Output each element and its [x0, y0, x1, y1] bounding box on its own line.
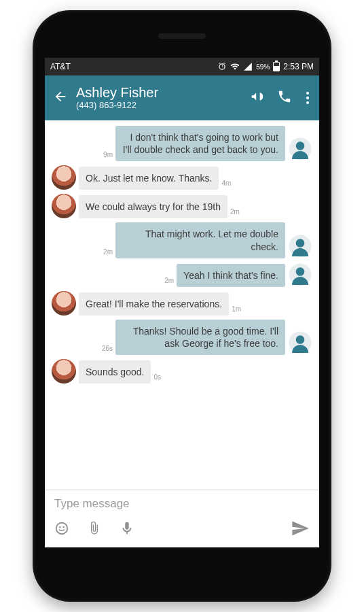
- send-icon: [291, 519, 310, 538]
- wifi-icon: [230, 62, 240, 71]
- message-timestamp: 2m: [162, 277, 177, 287]
- megaphone-icon: [250, 89, 265, 104]
- contact-avatar[interactable]: [52, 165, 76, 190]
- message-bubble[interactable]: We could always try for the 19th: [79, 195, 228, 218]
- phone-icon: [277, 89, 292, 104]
- svg-point-9: [59, 526, 60, 528]
- message-timestamp: 2m: [228, 208, 242, 218]
- dot-icon: [306, 92, 309, 95]
- svg-point-7: [296, 335, 305, 344]
- message-input[interactable]: Type message: [45, 490, 319, 513]
- emoji-button[interactable]: [54, 521, 69, 539]
- message-timestamp: 1m: [229, 305, 244, 316]
- message-bubble[interactable]: I don't think that's going to work but I…: [115, 126, 285, 161]
- emoji-icon: [54, 521, 69, 536]
- message-row[interactable]: Sounds good.0s: [49, 359, 315, 384]
- send-button[interactable]: [291, 519, 310, 541]
- message-bubble[interactable]: Yeah I think that's fine.: [177, 264, 285, 287]
- message-bubble[interactable]: Sounds good.: [79, 360, 151, 384]
- phone-frame: AT&T 59% 2:53 PM Ashley Fisher (443) 863…: [33, 10, 331, 602]
- speaker-grill: [158, 33, 206, 39]
- header-actions: [250, 89, 314, 107]
- message-timestamp: 0s: [151, 373, 164, 384]
- message-bubble[interactable]: Great! I'll make the reservations.: [79, 292, 229, 316]
- svg-point-8: [56, 523, 68, 534]
- carrier-label: AT&T: [50, 62, 217, 71]
- contact-name: Ashley Fisher: [76, 85, 244, 101]
- overflow-menu-button[interactable]: [304, 92, 311, 104]
- arrow-left-icon: [53, 89, 68, 104]
- contact-avatar[interactable]: [52, 359, 76, 384]
- battery-icon: [273, 62, 280, 71]
- message-row[interactable]: Ok. Just let me know. Thanks.4m: [49, 165, 315, 190]
- battery-percent: 59%: [256, 63, 270, 71]
- voice-button[interactable]: [120, 521, 134, 539]
- back-button[interactable]: [50, 89, 71, 107]
- message-row[interactable]: Great! I'll make the reservations.1m: [49, 291, 315, 316]
- message-row[interactable]: 2mYeah I think that's fine.: [49, 262, 315, 287]
- message-bubble[interactable]: Ok. Just let me know. Thanks.: [79, 167, 219, 190]
- svg-point-10: [63, 526, 65, 528]
- conversation-header: Ashley Fisher (443) 863-9122: [45, 75, 319, 120]
- announce-button[interactable]: [250, 89, 265, 107]
- status-bar: AT&T 59% 2:53 PM: [45, 58, 319, 75]
- signal-icon: [243, 62, 253, 71]
- dot-icon: [306, 101, 309, 104]
- contact-title-block[interactable]: Ashley Fisher (443) 863-9122: [76, 85, 244, 111]
- call-button[interactable]: [277, 89, 292, 107]
- contact-avatar[interactable]: [52, 194, 76, 218]
- message-timestamp: 4m: [219, 180, 234, 190]
- message-row[interactable]: 9mI don't think that's going to work but…: [49, 126, 315, 161]
- message-bubble[interactable]: That might work. Let me double check.: [115, 222, 285, 258]
- clock-time: 2:53 PM: [283, 62, 314, 71]
- message-row[interactable]: We could always try for the 19th2m: [49, 194, 315, 218]
- message-timestamp: 2m: [101, 248, 115, 258]
- message-timestamp: 9m: [101, 151, 115, 161]
- dot-icon: [306, 97, 309, 99]
- message-row[interactable]: 26sThanks! Should be a good time. I'll a…: [49, 320, 315, 355]
- my-avatar[interactable]: [288, 137, 312, 161]
- my-avatar[interactable]: [288, 330, 312, 355]
- alarm-icon: [217, 62, 227, 71]
- message-bubble[interactable]: Thanks! Should be a good time. I'll ask …: [115, 320, 285, 355]
- svg-point-3: [296, 239, 305, 248]
- compose-toolbar: [45, 513, 319, 547]
- my-avatar[interactable]: [288, 262, 312, 287]
- svg-point-1: [296, 142, 305, 151]
- message-thread[interactable]: 9mI don't think that's going to work but…: [45, 120, 319, 490]
- attach-button[interactable]: [87, 521, 102, 539]
- message-row[interactable]: 2mThat might work. Let me double check.: [49, 222, 315, 258]
- status-right: 59% 2:53 PM: [217, 62, 314, 71]
- screen: AT&T 59% 2:53 PM Ashley Fisher (443) 863…: [45, 58, 319, 547]
- message-timestamp: 26s: [99, 345, 115, 355]
- my-avatar[interactable]: [288, 234, 312, 258]
- contact-phone: (443) 863-9122: [76, 101, 244, 111]
- contact-avatar[interactable]: [52, 291, 76, 316]
- svg-point-5: [296, 267, 305, 276]
- microphone-icon: [120, 521, 134, 536]
- paperclip-icon: [87, 521, 102, 536]
